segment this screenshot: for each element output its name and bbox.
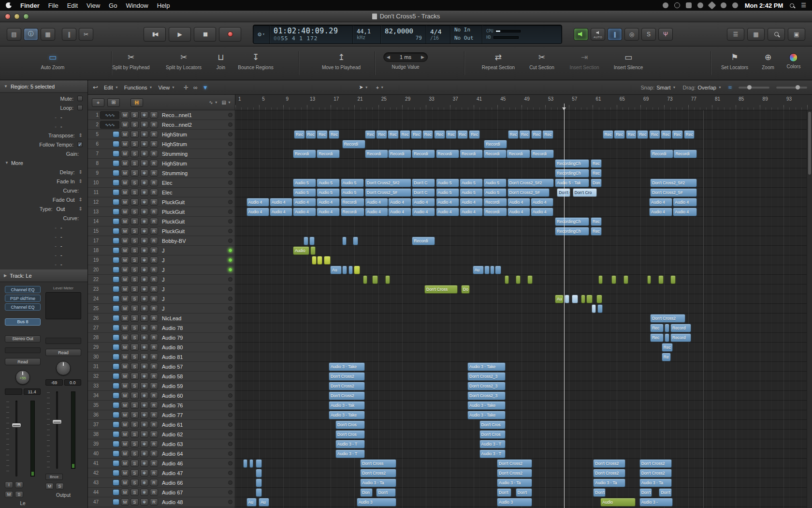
record-enable-button[interactable]: R <box>150 498 158 506</box>
audio-region[interactable]: Audio 5 <box>483 188 507 197</box>
audio-region[interactable] <box>572 295 578 303</box>
audio-region[interactable]: Audio 4 <box>246 198 269 207</box>
pan-knob[interactable]: +55 <box>15 370 30 385</box>
mute-button[interactable]: M <box>5 491 13 498</box>
mute-button[interactable]: M <box>121 276 129 283</box>
vertical-scrollbar[interactable] <box>807 110 812 508</box>
audio-region[interactable]: Audio 3 - T <box>479 440 506 448</box>
audio-region[interactable]: Recordi <box>507 149 530 158</box>
track-header-row[interactable]: 44MS❄RAudio 67 <box>88 488 235 497</box>
solo-button[interactable]: S <box>130 353 139 360</box>
audio-region[interactable]: Audio 3 <box>497 498 532 507</box>
freeze-button[interactable]: ❄ <box>140 169 148 177</box>
toolbar-button-insert-silence[interactable]: ▭Insert Silence <box>614 52 643 70</box>
record-enable-button[interactable]: R <box>150 402 158 409</box>
audio-region[interactable]: Audio 3 - Take <box>329 362 365 371</box>
mute-button[interactable]: M <box>121 498 129 506</box>
record-enable-button[interactable]: R <box>150 314 158 322</box>
track-header-row[interactable]: 28MS❄RAudio 79 <box>88 333 235 343</box>
pan-knob[interactable] <box>56 361 71 375</box>
record-enable-button[interactable]: R <box>150 392 158 399</box>
freeze-button[interactable]: ❄ <box>140 218 148 225</box>
audio-region[interactable]: Audio 4 <box>508 208 530 216</box>
volume-fader[interactable] <box>45 389 81 471</box>
audio-region[interactable] <box>527 275 533 284</box>
solo-button[interactable]: S <box>130 402 139 409</box>
audio-region[interactable]: Don't <box>639 488 652 497</box>
audio-region[interactable]: Audio 4 <box>649 198 672 207</box>
audio-region[interactable]: Audio 3 - T <box>335 440 365 448</box>
audio-region[interactable] <box>495 266 501 274</box>
audio-region[interactable]: Recordi <box>673 149 696 158</box>
scrollbar-handle[interactable] <box>808 112 811 175</box>
audio-region[interactable]: Au <box>473 266 484 274</box>
mute-button[interactable]: M <box>121 218 129 225</box>
audio-region[interactable]: Recordi <box>483 149 507 158</box>
audio-region[interactable] <box>342 266 348 274</box>
audio-region[interactable] <box>256 469 262 478</box>
audio-region[interactable]: Don't C <box>412 188 435 197</box>
solo-button[interactable]: S <box>130 227 139 235</box>
mute-button[interactable]: M <box>121 179 129 186</box>
menu-item-help[interactable]: Help <box>157 2 170 9</box>
freeze-button[interactable]: ❄ <box>140 363 148 370</box>
tuner-button[interactable]: ◎ <box>624 28 639 41</box>
audio-region[interactable]: Rec <box>422 130 434 139</box>
audio-region[interactable] <box>565 295 569 303</box>
mute-button[interactable]: M <box>121 431 129 438</box>
mute-button[interactable]: M <box>121 411 129 418</box>
mute-button[interactable]: M <box>121 392 129 399</box>
record-enable-button[interactable]: R <box>150 266 158 273</box>
audio-region[interactable] <box>243 459 247 468</box>
stepper[interactable]: ⇕ <box>79 169 83 175</box>
freeze-button[interactable]: ❄ <box>140 295 148 302</box>
view-menu[interactable]: View▼ <box>158 85 175 90</box>
audio-region[interactable]: Recordi <box>483 198 507 207</box>
mute-button[interactable]: M <box>121 198 129 206</box>
audio-region[interactable]: Audio 4 <box>317 208 340 216</box>
audio-region[interactable]: Rec <box>446 130 457 139</box>
menu-item-go[interactable]: Go <box>109 2 117 9</box>
toolbar-button-split-by-locators[interactable]: ✂Split by Locators <box>166 52 202 70</box>
nudge-value[interactable]: 1 ms <box>395 54 416 60</box>
checkbox[interactable]: ✓ <box>77 142 83 147</box>
mute-button[interactable]: M <box>121 169 129 177</box>
freeze-button[interactable]: ❄ <box>140 314 148 322</box>
toolbar-button-colors[interactable]: Colors <box>787 52 801 69</box>
audio-region[interactable] <box>611 275 617 284</box>
audio-region[interactable]: Audio 4 <box>673 198 696 207</box>
track-header-row[interactable]: 40MS❄RAudio 64 <box>88 449 235 459</box>
freeze-button[interactable]: ❄ <box>140 150 148 157</box>
freeze-button[interactable]: ❄ <box>140 160 148 167</box>
audio-region[interactable]: Don't Cross2 <box>639 469 672 478</box>
freeze-button[interactable]: ❄ <box>140 198 148 206</box>
audio-region[interactable]: Rec <box>388 130 399 139</box>
freeze-button[interactable]: ❄ <box>140 131 148 138</box>
search-button[interactable] <box>768 28 785 41</box>
audio-region[interactable]: Rec <box>591 227 602 236</box>
solo-button[interactable]: S <box>130 334 139 341</box>
notification-center-icon[interactable]: ☰ <box>801 2 806 9</box>
audio-region[interactable]: Audio 4 <box>531 208 553 216</box>
menu-item-edit[interactable]: Edit <box>67 2 78 9</box>
audio-region[interactable]: Don't Cross2 <box>329 391 365 400</box>
audio-region[interactable]: Record <box>670 333 691 342</box>
lcd-io-cell[interactable]: No In No Out <box>450 25 482 44</box>
audio-region[interactable]: Rec <box>376 130 387 139</box>
audio-region[interactable]: Audio 4 <box>531 198 553 207</box>
play-button[interactable]: ▶ <box>169 27 191 42</box>
nudge-right-button[interactable]: ▶ <box>421 55 424 60</box>
mute-button[interactable]: M <box>121 150 129 157</box>
track-header-row[interactable]: 12MS❄RPluckGuit <box>88 197 235 207</box>
automation-mode-button[interactable]: Read <box>45 349 81 356</box>
audio-region[interactable]: Don't Cros <box>479 430 506 439</box>
disclosure-triangle-icon[interactable]: ▼ <box>5 161 9 165</box>
mute-button[interactable]: M <box>121 208 129 215</box>
audio-region[interactable]: Don't Cross2_5# <box>508 188 550 197</box>
audio-region[interactable]: Audio 4 <box>460 198 483 207</box>
audio-region[interactable]: Recordi <box>460 149 483 158</box>
mute-button[interactable]: M <box>121 479 129 486</box>
audio-region[interactable]: Don't Cross2_3 <box>467 391 506 400</box>
record-enable-button[interactable]: R <box>150 363 158 370</box>
audio-region[interactable] <box>324 256 331 265</box>
